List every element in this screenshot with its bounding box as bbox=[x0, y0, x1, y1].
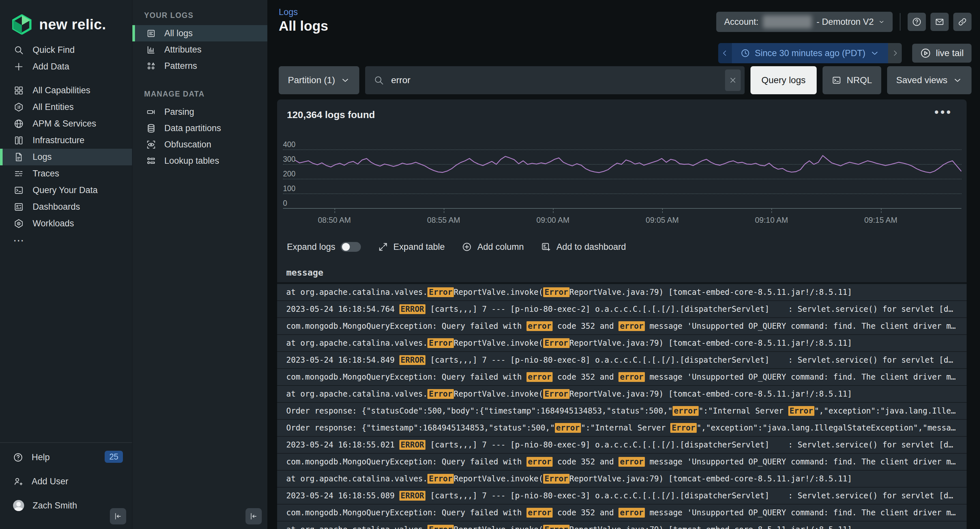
query-logs-button[interactable]: Query logs bbox=[751, 66, 817, 94]
expand-icon bbox=[378, 242, 388, 252]
link-icon bbox=[958, 17, 967, 27]
sidebar-item-infrastructure[interactable]: Infrastructure bbox=[0, 132, 132, 149]
time-back-button[interactable] bbox=[718, 43, 732, 63]
search-input[interactable] bbox=[391, 75, 719, 86]
highlight-token: error bbox=[619, 457, 644, 467]
sidebar-item-all-entities[interactable]: All Entities bbox=[0, 99, 132, 115]
table-row[interactable]: com.mongodb.MongoQueryException: Query f… bbox=[277, 505, 967, 521]
logs-panel: 120,364 logs found ••• 010020030040008:5… bbox=[277, 99, 967, 529]
toggle-switch[interactable] bbox=[341, 242, 361, 252]
sidebar-item-label: Dashboards bbox=[33, 202, 80, 212]
table-row[interactable]: 2023-05-24 16:18:54.764 ERROR [carts,,,]… bbox=[277, 301, 967, 318]
message-column-header[interactable]: message bbox=[277, 263, 967, 284]
table-row[interactable]: 2023-05-24 16:18:54.849 ERROR [carts,,,]… bbox=[277, 352, 967, 369]
log-table-body: at org.apache.catalina.valves.ErrorRepor… bbox=[277, 284, 967, 529]
expand-logs-toggle[interactable]: Expand logs bbox=[287, 242, 361, 252]
chevron-left-icon bbox=[721, 49, 729, 57]
chevron-down-icon bbox=[340, 75, 350, 85]
sidebar-item-workloads[interactable]: Workloads bbox=[0, 215, 132, 232]
expand-table-label: Expand table bbox=[393, 242, 445, 252]
log-volume-chart[interactable]: 010020030040008:50 AM08:55 AM09:00 AM09:… bbox=[277, 141, 967, 236]
sidebar-item-add-data[interactable]: Add Data bbox=[0, 58, 132, 75]
logs-nav-obfuscation[interactable]: Obfuscation bbox=[132, 136, 268, 153]
table-row[interactable]: com.mongodb.MongoQueryException: Query f… bbox=[277, 318, 967, 335]
sidebar-item-quick-find[interactable]: Quick Find bbox=[0, 42, 132, 58]
globe-icon bbox=[13, 119, 24, 129]
logs-sidebar-collapse-button[interactable] bbox=[245, 508, 262, 524]
logs-nav-parsing[interactable]: Parsing bbox=[132, 104, 268, 120]
live-tail-button[interactable]: live tail bbox=[912, 44, 972, 63]
expand-table-button[interactable]: Expand table bbox=[378, 242, 445, 252]
table-row[interactable]: at org.apache.catalina.valves.ErrorRepor… bbox=[277, 386, 967, 403]
help-button[interactable] bbox=[908, 13, 926, 31]
sidebar-item-label: Query Your Data bbox=[33, 185, 98, 195]
sidebar-item-apm-services[interactable]: APM & Services bbox=[0, 115, 132, 132]
table-row[interactable]: at org.apache.catalina.valves.ErrorRepor… bbox=[277, 284, 967, 301]
shapes-icon bbox=[145, 61, 156, 71]
table-row[interactable]: 2023-05-24 16:18:55.021 ERROR [carts,,,]… bbox=[277, 437, 967, 454]
add-to-dashboard-button[interactable]: Add to dashboard bbox=[541, 242, 626, 252]
logs-nav-label: Parsing bbox=[164, 107, 194, 117]
sidebar-overflow-menu[interactable]: ⋯ bbox=[0, 232, 132, 249]
logs-nav-label: Data partitions bbox=[164, 123, 221, 133]
highlight-token: Error bbox=[543, 525, 569, 529]
nrql-button[interactable]: NRQL bbox=[822, 66, 881, 94]
x-axis-label: 09:10 AM bbox=[745, 215, 797, 225]
collapse-left-icon bbox=[250, 512, 258, 521]
sidebar-item-label: Logs bbox=[33, 152, 52, 162]
sidebar-item-label: Traces bbox=[33, 169, 59, 179]
time-forward-button[interactable] bbox=[888, 43, 902, 63]
terminal-icon bbox=[13, 185, 24, 195]
sidebar-item-all-capabilities[interactable]: All Capabilities bbox=[0, 82, 132, 99]
table-row[interactable]: at org.apache.catalina.valves.ErrorRepor… bbox=[277, 471, 967, 488]
sidebar-item-label: All Entities bbox=[33, 102, 74, 112]
highlight-token: error bbox=[527, 372, 553, 382]
logs-nav-label: Obfuscation bbox=[164, 140, 211, 150]
logs-nav-label: Attributes bbox=[164, 45, 202, 55]
partition-dropdown[interactable]: Partition (1) bbox=[279, 66, 359, 94]
add-column-button[interactable]: Add column bbox=[461, 242, 524, 252]
add-user-item[interactable]: Add User bbox=[0, 472, 132, 491]
sidebar-item-dashboards[interactable]: Dashboards bbox=[0, 199, 132, 215]
traces-icon bbox=[13, 169, 24, 179]
sidebar-item-traces[interactable]: Traces bbox=[0, 165, 132, 182]
panel-menu-button[interactable]: ••• bbox=[934, 105, 952, 120]
table-row[interactable]: at org.apache.catalina.valves.ErrorRepor… bbox=[277, 335, 967, 352]
parsing-icon bbox=[145, 107, 156, 117]
table-row[interactable]: com.mongodb.MongoQueryException: Query f… bbox=[277, 369, 967, 386]
table-row[interactable]: Order response: {"timestamp":16849451348… bbox=[277, 420, 967, 437]
global-sidebar-collapse-button[interactable] bbox=[110, 508, 126, 524]
new-relic-logs-app: new relic. Quick Find Add Data All Capab… bbox=[0, 0, 980, 529]
help-label: Help bbox=[32, 453, 50, 462]
highlight-token: Error bbox=[427, 474, 453, 484]
logs-nav-patterns[interactable]: Patterns bbox=[132, 58, 268, 74]
account-switcher-button[interactable]: Account: - Demotron V2 bbox=[716, 12, 892, 32]
plus-icon bbox=[13, 62, 24, 72]
nrql-label: NRQL bbox=[847, 75, 872, 86]
table-row[interactable]: com.mongodb.MongoQueryException: Query f… bbox=[277, 454, 967, 471]
account-id-redacted bbox=[763, 15, 812, 29]
inbox-button[interactable] bbox=[931, 13, 949, 31]
global-nav: Quick Find Add Data All Capabilities All… bbox=[0, 42, 132, 249]
highlight-token: Error bbox=[543, 389, 569, 399]
clear-search-button[interactable] bbox=[725, 70, 741, 91]
sidebar-item-query-your-data[interactable]: Query Your Data bbox=[0, 182, 132, 199]
logs-nav-attributes[interactable]: Attributes bbox=[132, 41, 268, 58]
help-item[interactable]: Help 25 bbox=[0, 448, 132, 467]
table-row[interactable]: 2023-05-24 16:18:55.089 ERROR [carts,,,]… bbox=[277, 488, 967, 505]
question-circle-icon bbox=[912, 17, 922, 27]
sidebar-item-logs[interactable]: Logs bbox=[0, 149, 132, 165]
breadcrumb[interactable]: Logs bbox=[279, 7, 298, 17]
main-content: Logs All logs Account: - Demotron V2 bbox=[267, 0, 980, 529]
logs-nav-all-logs[interactable]: All logs bbox=[132, 25, 268, 41]
saved-views-dropdown[interactable]: Saved views bbox=[887, 66, 972, 94]
logs-nav-lookup-tables[interactable]: Lookup tables bbox=[132, 153, 268, 169]
new-relic-logo[interactable]: new relic. bbox=[12, 14, 106, 35]
logs-nav-data-partitions[interactable]: Data partitions bbox=[132, 120, 268, 136]
table-row[interactable]: at org.apache.catalina.valves.ErrorRepor… bbox=[277, 521, 967, 529]
database-icon bbox=[145, 123, 156, 133]
share-link-button[interactable] bbox=[953, 13, 972, 31]
highlight-token: error bbox=[527, 457, 553, 467]
table-row[interactable]: Order response: {"statusCode":500,"body"… bbox=[277, 403, 967, 420]
time-picker-button[interactable]: Since 30 minutes ago (PDT) bbox=[732, 43, 888, 63]
